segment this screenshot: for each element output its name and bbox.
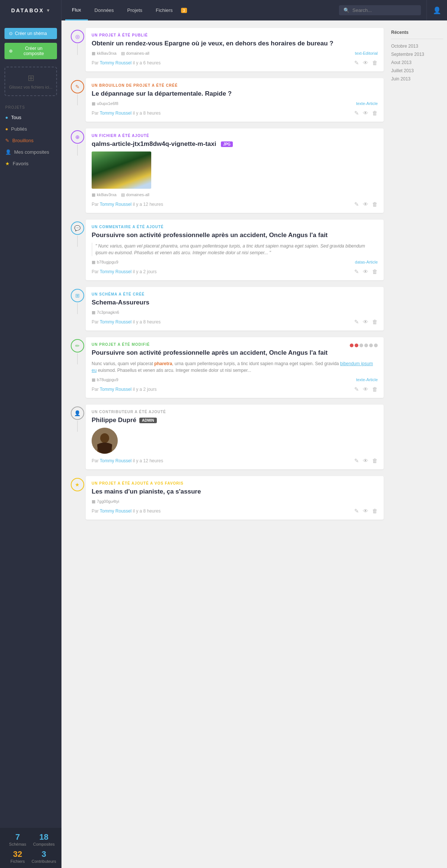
view-action[interactable]: 👁 [363,201,368,208]
feed-author-time: Par Tommy Roussel il y a 12 heures [92,458,163,463]
feed-footer: Par Tommy Roussel il y a 2 jours ✎ 👁 🗑 [92,268,378,275]
view-action[interactable]: 👁 [363,319,368,325]
topnav-link-fichiers[interactable]: Fichiers [149,0,180,20]
logo[interactable]: DATABOX ▾ [0,0,61,20]
view-action[interactable]: 👁 [363,110,368,117]
delete-action[interactable]: 🗑 [372,457,378,464]
meta-id-value: b78ugjpgu9 [97,377,118,382]
feed-title: Obtenir un rendez-vous Epargne où je veu… [92,39,378,48]
sidebar-footer: 7 Schémas 18 Composites 32 Fichiers 3 Co… [0,828,61,868]
feed-item-3: ⊕ UN FICHIER A ÉTÉ AJOUTÉ qalms-article-… [69,128,384,213]
feed-actions: ✎ 👁 🗑 [354,201,378,208]
notification-badge[interactable]: 3 [181,8,187,13]
schemas-stat: 7 Schémas [4,832,31,846]
recent-item-jun[interactable]: Juin 2013 [391,75,443,83]
feed-title: Poursuivre son activité professionnelle … [92,231,378,240]
search-icon: 🔍 [343,7,349,13]
file-image-preview [92,151,151,189]
feed-line [77,94,78,105]
feed-meta-row: ▦ 7c3pnagkn6 [92,310,378,315]
topnav-link-flux[interactable]: Flux [65,0,88,20]
author-link[interactable]: Tommy Roussel [100,458,131,463]
sidebar-item-publies-label: Publiés [11,126,27,132]
recent-item-oct[interactable]: Octobre 2013 [391,42,443,50]
feed-item-6: ✏ UN PROJET A ÉTÉ MODIFIÉ [69,337,384,398]
logo-dropdown-icon[interactable]: ▾ [47,8,50,13]
brouillons-icon: ✎ [5,138,9,143]
sidebar-item-composites-label: Mes composites [14,149,49,155]
feed-meta-row: ▦ u0upx1e6f8 texte-Article [92,101,378,106]
feed-line [77,236,78,247]
author-link[interactable]: Tommy Roussel [100,319,131,325]
delete-action[interactable]: 🗑 [372,268,378,275]
file-drop-zone[interactable]: ⊞ Glissez vos fichiers ici... [4,67,57,96]
sidebar-item-composites[interactable]: 👤 Mes composites [0,146,61,158]
search-input[interactable] [352,7,416,13]
author-link[interactable]: Tommy Roussel [100,111,131,116]
feed-tag: texte-Article [356,377,378,382]
meta-id-value: u0upx1e6f8 [97,101,118,106]
view-action[interactable]: 👁 [363,457,368,464]
sidebar-item-tous[interactable]: ● Tous [0,112,61,123]
feed-time: il y a 8 heures [133,111,161,116]
contributor-name-row: Philippe Dupré ADMIN [92,416,378,425]
author-link[interactable]: Tommy Roussel [100,387,131,392]
diff-dot [364,344,368,347]
edit-action[interactable]: ✎ [354,508,359,514]
feed-meta-row: ▦ 7gg00gu4tyi [92,499,378,504]
feed-icon-col-8: ★ [69,476,86,491]
delete-action[interactable]: 🗑 [372,201,378,208]
edit-action[interactable]: ✎ [354,201,359,208]
meta-id: ▦ u0upx1e6f8 [92,101,118,106]
view-action[interactable]: 👁 [363,386,368,393]
delete-action[interactable]: 🗑 [372,110,378,117]
create-composite-button[interactable]: ⊕ Créer un composite [4,43,57,59]
edit-action[interactable]: ✎ [354,457,359,464]
topnav-link-donnees[interactable]: Données [88,0,121,20]
create-schema-label: Créer un shéma [15,31,47,36]
meta-domain: ▤ domaines-all [121,192,149,197]
view-action[interactable]: 👁 [363,268,368,275]
recent-item-aou[interactable]: Aout 2013 [391,58,443,67]
diff-dots [350,344,378,347]
contributeurs-stat: 3 Contributeurs [31,849,57,864]
feed-icon-col-1: ◎ [69,28,86,55]
edit-action[interactable]: ✎ [354,386,359,393]
feed-line [77,44,78,55]
delete-action[interactable]: 🗑 [372,60,378,66]
diff-dot [369,344,373,347]
id-icon: ▦ [92,310,95,315]
feed-line [77,421,78,432]
delete-action[interactable]: 🗑 [372,386,378,393]
edit-action[interactable]: ✎ [354,268,359,275]
author-link[interactable]: Tommy Roussel [100,60,131,66]
event-header-row: UN PROJET A ÉTÉ MODIFIÉ [92,342,378,349]
create-schema-button[interactable]: ⊙ Créer un shéma [4,28,57,39]
event-icon-fichier: ⊕ [71,130,84,144]
edit-action[interactable]: ✎ [354,110,359,117]
recent-item-jul[interactable]: Juillet 2013 [391,67,443,75]
view-action[interactable]: 👁 [363,60,368,66]
sidebar-item-publies[interactable]: ● Publiés [0,123,61,135]
recent-item-sep[interactable]: Septembre 2013 [391,50,443,58]
author-link[interactable]: Tommy Roussel [100,269,131,274]
feed-author-time: Par Tommy Roussel il y a 2 jours [92,269,157,274]
topnav-link-projets[interactable]: Projets [121,0,149,20]
delete-action[interactable]: 🗑 [372,319,378,325]
feed-item-2: ✎ UN BROUILLON DE PROJET A ÉTÉ CRÉÉ Le d… [69,78,384,122]
delete-action[interactable]: 🗑 [372,508,378,514]
edit-action[interactable]: ✎ [354,319,359,325]
feed-item-4: 💬 UN COMMENTAIRE A ÉTÉ AJOUTÉ Poursuivre… [69,220,384,280]
feed-footer: Par Tommy Roussel il y a 12 heures ✎ 👁 🗑 [92,457,378,464]
sidebar-item-favoris[interactable]: ★ Favoris [0,158,61,169]
meta-id: ▦ 7c3pnagkn6 [92,310,119,315]
fichiers-count: 32 [4,849,31,859]
author-link[interactable]: Tommy Roussel [100,202,131,207]
sidebar-item-brouillons[interactable]: ✎ Brouillons [0,135,61,146]
author-link[interactable]: Tommy Roussel [100,508,131,514]
user-menu-button[interactable]: 👤 [427,0,447,20]
event-type-label: UN BROUILLON DE PROJET A ÉTÉ CRÉÉ [92,83,378,87]
edit-action[interactable]: ✎ [354,60,359,66]
view-action[interactable]: 👁 [363,508,368,514]
domain-icon: ▤ [121,51,125,56]
